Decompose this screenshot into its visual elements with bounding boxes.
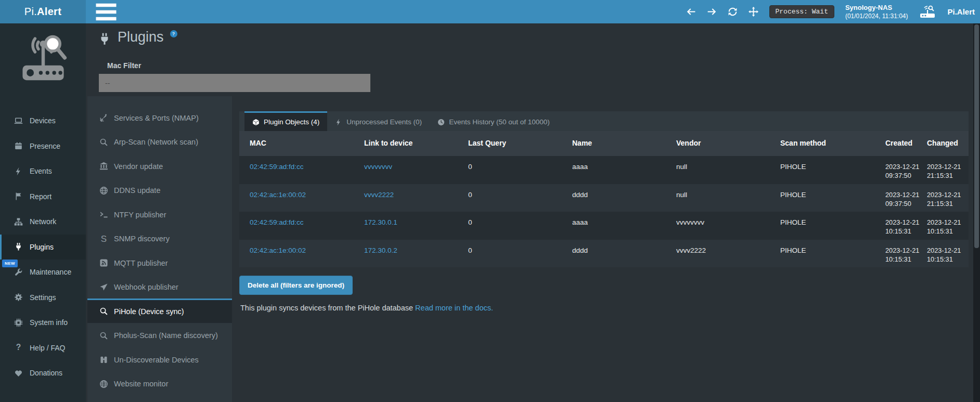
plugin-nav-item-nmap[interactable]: Services & Ports (NMAP) bbox=[87, 105, 232, 129]
svg-text:S: S bbox=[101, 235, 107, 243]
tab-events-history[interactable]: Events History (50 out of 10000) bbox=[430, 111, 558, 131]
tab-label: Plugin Objects (4) bbox=[264, 118, 319, 126]
paper-plane-icon bbox=[99, 283, 108, 292]
tab-label: Unprocessed Events (0) bbox=[346, 118, 422, 126]
sidebar-item-help-faq[interactable]: ?Help / FAQ bbox=[0, 335, 86, 361]
plugin-nav-item-arpscan[interactable]: Arp-Scan (Network scan) bbox=[87, 129, 232, 154]
plugin-nav-item-vendor-update[interactable]: Vendor update bbox=[87, 153, 232, 178]
svg-text:?: ? bbox=[16, 343, 21, 352]
device-link[interactable]: vvvv2222 bbox=[364, 191, 394, 199]
sitemap-icon bbox=[14, 217, 23, 226]
device-link[interactable]: 172.30.0.2 bbox=[364, 247, 397, 254]
table-row: 02:42:59:ad:fd:cc vvvvvvvv 0 aaaa null P… bbox=[239, 156, 969, 184]
created-value: 2023-12-2110:15:31 bbox=[885, 240, 927, 268]
brand-logo[interactable]: Pi.Alert bbox=[0, 0, 86, 23]
sidebar-item-devices[interactable]: Devices bbox=[0, 108, 86, 134]
scan-method-value: PIHOLE bbox=[780, 240, 885, 268]
hamburger-menu-icon[interactable] bbox=[93, 0, 120, 23]
plugin-nav-item-pihole[interactable]: PiHole (Device sync) bbox=[87, 299, 232, 323]
cube-icon bbox=[252, 119, 260, 126]
plugin-nav-label: Arp-Scan (Network scan) bbox=[114, 138, 198, 146]
main-sidebar: Devices Presence Events Report Network P… bbox=[0, 23, 86, 402]
mac-filter-input[interactable] bbox=[99, 74, 370, 92]
new-feature-badge: NEW bbox=[2, 260, 18, 267]
mac-link[interactable]: 02:42:59:ad:fd:cc bbox=[250, 163, 304, 171]
sidebar-item-system-info[interactable]: System info bbox=[0, 310, 86, 335]
tab-unprocessed-events[interactable]: Unprocessed Events (0) bbox=[327, 111, 430, 131]
plugin-nav-item-undiscoverable[interactable]: Un-Discoverable Devices bbox=[87, 347, 232, 371]
refresh-icon[interactable] bbox=[728, 7, 738, 17]
question-icon: ? bbox=[14, 343, 23, 352]
mac-filter-label: Mac Filter bbox=[107, 61, 141, 70]
changed-value: 2023-12-2110:15:31 bbox=[927, 212, 969, 240]
sidebar-item-presence[interactable]: Presence bbox=[0, 134, 86, 159]
vendor-value: vvvvvvvv bbox=[676, 212, 780, 240]
tab-plugin-objects[interactable]: Plugin Objects (4) bbox=[244, 111, 327, 131]
plugin-objects-table: MAC Link to device Last Query Name Vendo… bbox=[239, 131, 969, 267]
router-logo-icon bbox=[919, 5, 936, 19]
changed-value: 2023-12-2121:15:31 bbox=[927, 184, 969, 212]
created-value: 2023-12-2110:15:31 bbox=[885, 212, 927, 240]
docs-link[interactable]: Read more in the docs. bbox=[415, 304, 493, 312]
page-title-text: Plugins bbox=[118, 29, 164, 45]
laptop-icon bbox=[14, 116, 23, 125]
sidebar-item-label: Presence bbox=[30, 142, 60, 150]
plugin-nav-label: Webhook publisher bbox=[114, 283, 178, 291]
nav-back-icon[interactable] bbox=[686, 7, 696, 17]
sidebar-item-label: Maintenance bbox=[30, 268, 71, 276]
fullscreen-move-icon[interactable] bbox=[749, 7, 758, 17]
sidebar-item-events[interactable]: Events bbox=[0, 159, 86, 184]
satellite-dish-icon bbox=[99, 113, 108, 122]
sidebar-item-settings[interactable]: Settings bbox=[0, 285, 86, 310]
sidebar-item-network[interactable]: Network bbox=[0, 209, 86, 235]
plugin-nav-item-mqtt[interactable]: MQTT publisher bbox=[87, 250, 232, 275]
sidebar-item-label: Donations bbox=[30, 369, 62, 377]
plugin-nav-label: Vendor update bbox=[114, 162, 163, 171]
sidebar-item-donations[interactable]: Donations bbox=[0, 360, 86, 386]
s-letter-icon: S bbox=[99, 235, 108, 243]
plugin-nav-item-snmp[interactable]: SSNMP discovery bbox=[87, 226, 232, 251]
vertical-scrollbar bbox=[973, 23, 980, 402]
sidebar-item-plugins[interactable]: Plugins bbox=[0, 235, 86, 260]
sidebar-item-label: Help / FAQ bbox=[30, 344, 65, 352]
vendor-value: null bbox=[676, 184, 780, 212]
device-link[interactable]: 172.30.0.1 bbox=[364, 218, 397, 226]
plugin-nav-item-ntfy[interactable]: NTFY publisher bbox=[87, 202, 232, 226]
clock-icon bbox=[437, 119, 445, 126]
plugin-nav-label: Services & Ports (NMAP) bbox=[114, 114, 199, 122]
device-link[interactable]: vvvvvvvv bbox=[364, 163, 392, 171]
mac-link[interactable]: 02:42:ac:1e:00:02 bbox=[250, 247, 306, 254]
name-value: aaaa bbox=[572, 156, 676, 184]
search-icon bbox=[99, 138, 108, 147]
gear-icon bbox=[14, 293, 23, 302]
nav-forward-icon[interactable] bbox=[707, 7, 717, 17]
pialert-app: Pi.Alert Process: Wait Synology-NAS (01/… bbox=[0, 0, 980, 402]
terminal-icon bbox=[99, 210, 108, 219]
plugin-description-text: This plugin syncs devices from the PiHol… bbox=[240, 304, 415, 312]
bolt-icon bbox=[14, 167, 23, 176]
tab-label: Events History (50 out of 10000) bbox=[449, 118, 550, 126]
vendor-value: null bbox=[676, 156, 780, 184]
sidebar-item-report[interactable]: Report bbox=[0, 184, 86, 210]
table-row: 02:42:59:ad:fd:cc 172.30.0.1 0 aaaa vvvv… bbox=[239, 212, 969, 240]
plugin-nav-item-ddns[interactable]: DDNS update bbox=[87, 178, 232, 202]
mac-link[interactable]: 02:42:59:ad:fd:cc bbox=[250, 218, 304, 226]
delete-all-button[interactable]: Delete all (filters are ignored) bbox=[239, 276, 353, 295]
mac-link[interactable]: 02:42:ac:1e:00:02 bbox=[250, 191, 306, 199]
search-icon bbox=[99, 331, 108, 340]
plugin-nav-label: SNMP discovery bbox=[114, 235, 170, 243]
vendor-value: vvvv2222 bbox=[676, 240, 780, 268]
help-badge-icon[interactable]: ? bbox=[170, 30, 177, 37]
bolt-icon bbox=[335, 119, 342, 126]
process-status-badge: Process: Wait bbox=[769, 5, 834, 18]
scrollbar-thumb[interactable] bbox=[974, 24, 979, 248]
bars-icon bbox=[93, 0, 120, 25]
column-header-changed: Changed bbox=[927, 131, 969, 156]
plugin-nav-item-website-monitor[interactable]: Website monitor bbox=[87, 371, 232, 396]
plugin-nav-item-pholus[interactable]: Pholus-Scan (Name discovery) bbox=[87, 323, 232, 347]
name-value: dddd bbox=[572, 184, 676, 212]
plugin-nav-item-webhook[interactable]: Webhook publisher bbox=[87, 275, 232, 299]
page-title: Plugins ? bbox=[98, 29, 177, 46]
wrench-icon bbox=[14, 268, 23, 277]
plug-icon bbox=[14, 242, 23, 251]
